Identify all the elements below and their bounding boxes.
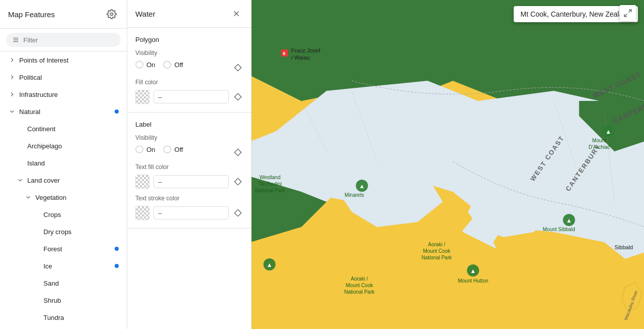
arrow-icon-vegetation [24,193,32,201]
text-fill-diamond[interactable] [233,177,243,187]
sidebar-item-shrub[interactable]: Shrub [0,292,127,309]
sidebar-item-infrastructure[interactable]: Infrastructure [0,86,127,103]
fill-color-diamond[interactable] [233,92,243,102]
sidebar-item-label-vegetation: Vegetation [35,194,119,201]
polygon-on-radio[interactable] [135,61,143,69]
sidebar-item-continent[interactable]: Continent [0,120,127,137]
arrow-icon-shrub [32,296,40,304]
gear-button[interactable] [105,7,119,21]
sidebar-item-label-crops: Crops [43,211,119,218]
sidebar-item-label-political: Political [19,74,119,81]
svg-text:Aoraki /: Aoraki / [428,242,445,247]
sidebar: Map Features Points of InterestPolitical… [0,0,127,329]
text-fill-color-field[interactable]: – [154,175,229,188]
fill-color-field[interactable]: – [154,90,229,103]
svg-text:▲: ▲ [470,267,476,275]
label-visibility-diamond[interactable] [233,147,243,157]
svg-text:Mount: Mount [592,138,607,143]
svg-text:Minarets: Minarets [344,192,364,198]
sidebar-item-label-sand: Sand [43,280,119,287]
sidebar-item-archipelago[interactable]: Archipelago [0,137,127,154]
arrow-icon-crops [32,210,40,218]
map-search-text: Mt Cook, Canterbury, New Zealand [521,10,631,18]
arrow-icon-archipelago [16,142,24,150]
nav-list: Points of InterestPoliticalInfrastructur… [0,51,127,329]
map-canvas[interactable]: WEST COAST CANTERBURY WEST COAST CANTERB… [252,0,644,329]
arrow-icon-continent [16,125,24,133]
sidebar-item-island[interactable]: Island [0,154,127,172]
arrow-icon-infrastructure [8,90,16,98]
svg-text:▲: ▲ [566,217,572,224]
label-on-option[interactable]: On [135,145,155,153]
fill-color-row: – [135,90,243,104]
sidebar-item-dry-crops[interactable]: Dry crops [0,223,127,240]
arrow-icon-sand [32,279,40,287]
polygon-title: Polygon [135,36,243,43]
sidebar-item-tundra[interactable]: Tundra [0,309,127,326]
sidebar-item-label-forest: Forest [43,245,115,253]
sidebar-item-label-points-of-interest: Points of Interest [19,57,119,64]
sidebar-item-label-natural: Natural [19,108,115,116]
text-stroke-diamond[interactable] [233,208,243,218]
text-stroke-color-swatch[interactable] [135,206,150,220]
sidebar-item-forest[interactable]: Forest [0,240,127,257]
sidebar-item-label-tundra: Tundra [43,314,119,321]
svg-text:Aoraki /: Aoraki / [351,276,368,282]
filter-input[interactable] [23,36,115,44]
sidebar-item-sand[interactable]: Sand [0,275,127,292]
panel-title: Water [135,10,155,18]
label-radio-group: On Off [135,145,183,153]
expand-icon [623,9,632,18]
polygon-radio-group: On Off [135,61,183,69]
sidebar-item-water[interactable]: Water [0,326,127,329]
label-section: Label Visibility On Off Text fill color [127,113,251,229]
svg-text:▲: ▲ [606,128,612,135]
map-expand-button[interactable] [620,5,636,21]
sidebar-item-political[interactable]: Political [0,69,127,86]
close-button[interactable] [230,7,243,20]
text-stroke-color-row: – [135,206,243,220]
svg-text:6: 6 [283,51,285,56]
polygon-on-option[interactable]: On [135,61,155,69]
text-stroke-color-field[interactable]: – [154,206,229,220]
filter-wrap [6,33,121,47]
modified-dot-forest [115,247,119,251]
fill-color-swatch[interactable] [135,90,150,104]
sidebar-item-crops[interactable]: Crops [0,206,127,223]
arrow-icon-ice [32,262,40,270]
modified-dot-natural [115,109,119,114]
sidebar-item-label-infrastructure: Infrastructure [19,91,119,98]
sidebar-item-land-cover[interactable]: Land cover [0,172,127,189]
text-fill-color-row: – [135,175,243,189]
svg-text:Sibbald: Sibbald [615,244,633,250]
panel-header: Water [127,0,251,28]
arrow-icon-political [8,73,16,81]
label-on-radio[interactable] [135,145,143,153]
sidebar-item-points-of-interest[interactable]: Points of Interest [0,51,127,69]
sidebar-item-natural[interactable]: Natural [0,103,127,120]
sidebar-title: Map Features [8,10,55,19]
label-title: Label [135,121,243,128]
text-fill-color-label: Text fill color [135,163,243,171]
label-on-label: On [146,146,155,153]
text-fill-color-swatch[interactable] [135,175,150,189]
filter-bar [0,29,127,51]
sidebar-item-ice[interactable]: Ice [0,257,127,275]
text-fill-color-value: – [158,178,224,186]
svg-text:Westland: Westland [260,175,281,180]
svg-text:▲: ▲ [267,261,273,268]
label-off-option[interactable]: Off [163,145,183,153]
polygon-off-radio[interactable] [163,61,171,69]
svg-text:Mount Cook: Mount Cook [423,248,451,254]
text-stroke-color-value: – [158,209,224,217]
label-visibility-label: Visibility [135,134,243,141]
sidebar-item-label-continent: Continent [27,125,119,133]
polygon-visibility-diamond[interactable] [233,63,243,73]
label-off-radio[interactable] [163,145,171,153]
polygon-off-option[interactable]: Off [163,61,183,69]
polygon-visibility-label: Visibility [135,49,243,57]
fill-color-label: Fill color [135,79,243,86]
sidebar-item-vegetation[interactable]: Vegetation [0,189,127,206]
polygon-section: Polygon Visibility On Off Fill color – [127,28,251,113]
svg-text:▲: ▲ [359,183,365,190]
